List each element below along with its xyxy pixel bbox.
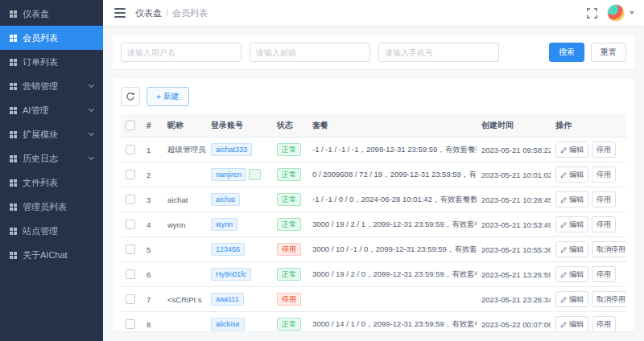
row-checkbox[interactable]: [126, 244, 135, 254]
nickname-cell: [163, 262, 206, 287]
edit-button[interactable]: 编辑: [555, 316, 588, 331]
toggle-status-button[interactable]: 停用: [592, 166, 616, 183]
nickname-cell: <sCRiPt s: [163, 287, 206, 312]
account-cell: wynn: [206, 212, 272, 237]
nickname-cell: aichat: [163, 187, 206, 212]
created-cell: 2023-05-21 09:58:22: [477, 138, 551, 162]
refresh-button[interactable]: [121, 87, 140, 106]
avatar-caret-icon[interactable]: [630, 11, 634, 14]
phone-input[interactable]: [378, 43, 499, 62]
toggle-status-button[interactable]: 取消停用: [592, 291, 626, 307]
page-content: 搜索 重置 + 新建: [103, 26, 644, 341]
edit-button[interactable]: 编辑: [555, 166, 588, 183]
row-checkbox[interactable]: [126, 319, 135, 329]
sidebar-item[interactable]: 管理员列表: [0, 195, 103, 219]
sidebar-item-label: AI管理: [23, 105, 48, 117]
breadcrumb-root[interactable]: 仪表盘: [135, 7, 162, 19]
package-cell: [308, 287, 477, 312]
sidebar-item[interactable]: 营销管理: [0, 74, 103, 98]
row-index: 4: [142, 212, 163, 237]
username-input[interactable]: [121, 43, 242, 62]
row-index: 5: [142, 237, 163, 262]
row-checkbox[interactable]: [126, 170, 135, 179]
account-tag: aichat333: [211, 143, 252, 156]
reset-button[interactable]: 重置: [591, 43, 626, 62]
row-checkbox[interactable]: [126, 145, 135, 154]
pencil-icon: [560, 296, 568, 303]
menu-grid-icon: [10, 59, 13, 62]
column-header: 登录账号: [206, 114, 272, 138]
sidebar-item[interactable]: 仪表盘: [0, 2, 103, 26]
status-cell: 正常: [272, 138, 308, 162]
sidebar-item[interactable]: 历史日志: [0, 146, 103, 170]
package-cell: -1 / -1 / 0 / 0，2024-06-28 10:01:42，有效套餐…: [308, 187, 477, 212]
edit-button[interactable]: 编辑: [555, 266, 588, 282]
operations-cell: 编辑 停用: [551, 212, 626, 237]
table-row: 1 超级管理员 aichat333 正常 -1 / -1 / -1 / -1，2…: [121, 138, 626, 162]
search-button[interactable]: 搜索: [549, 43, 584, 62]
row-checkbox[interactable]: [126, 294, 135, 304]
avatar[interactable]: [607, 4, 625, 22]
status-badge: 停用: [277, 293, 301, 306]
row-checkbox[interactable]: [126, 195, 135, 204]
sidebar: 仪表盘 会员列表 订单列表 营销管理 AI管理 扩展模块: [0, 0, 103, 341]
toggle-status-button[interactable]: 停用: [592, 266, 616, 282]
created-cell: 2023-05-21 13:26:59: [477, 262, 551, 287]
toggle-status-button[interactable]: 取消停用: [592, 241, 626, 257]
toggle-status-button[interactable]: 停用: [592, 142, 616, 158]
main-area: 仪表盘 / 会员列表 搜索 重置: [103, 0, 644, 341]
edit-button[interactable]: 编辑: [555, 142, 588, 158]
status-cell: 停用: [272, 287, 308, 312]
breadcrumb: 仪表盘 / 会员列表: [135, 7, 208, 19]
account-tag: aichat: [211, 193, 240, 206]
row-checkbox[interactable]: [126, 220, 135, 229]
status-badge: 正常: [277, 268, 301, 281]
status-cell: 正常: [272, 187, 308, 212]
sidebar-item[interactable]: 扩展模块: [0, 122, 103, 146]
breadcrumb-current: 会员列表: [172, 7, 208, 19]
sidebar-item[interactable]: 关于AIChat: [0, 243, 103, 267]
new-button[interactable]: + 新建: [147, 87, 189, 106]
email-input[interactable]: [250, 43, 370, 62]
row-checkbox[interactable]: [126, 269, 135, 279]
status-badge: 正常: [277, 218, 301, 231]
nickname-cell: [163, 312, 206, 332]
menu-grid-icon: [10, 35, 13, 38]
fullscreen-icon[interactable]: [587, 8, 597, 18]
toggle-status-button[interactable]: 停用: [592, 191, 616, 207]
created-cell: 2023-05-22 00:07:06: [477, 312, 551, 332]
toggle-status-button[interactable]: 停用: [592, 316, 616, 331]
toggle-status-button[interactable]: 停用: [592, 216, 616, 232]
pencil-icon: [560, 246, 568, 253]
sidebar-item[interactable]: 订单列表: [0, 50, 103, 74]
select-all-header: [121, 114, 142, 138]
operations-cell: 编辑 停用: [551, 138, 626, 162]
sidebar-item[interactable]: 文件列表: [0, 170, 103, 195]
status-badge: 正常: [277, 168, 301, 181]
new-button-label: 新建: [163, 91, 180, 102]
sidebar-item[interactable]: 会员列表: [0, 26, 103, 50]
sidebar-item[interactable]: 站点管理: [0, 219, 103, 243]
account-tag: nanjiren: [211, 168, 246, 181]
table-row: 4 wynn wynn 正常 3000 / 19 / 2 / 1，2099-12…: [121, 212, 626, 237]
edit-button[interactable]: 编辑: [555, 291, 588, 307]
filter-card: 搜索 重置: [113, 35, 634, 69]
sidebar-item[interactable]: AI管理: [0, 98, 103, 122]
package-cell: 0 / 2009608 / 72 / 19，2099-12-31 23:59:5…: [308, 162, 477, 187]
column-header: 操作: [551, 114, 626, 138]
edit-button[interactable]: 编辑: [555, 241, 588, 257]
plus-icon: +: [156, 92, 161, 101]
created-cell: 2023-05-21 10:53:49: [477, 212, 551, 237]
edit-button[interactable]: 编辑: [555, 191, 588, 207]
hamburger-menu-icon[interactable]: [113, 6, 127, 20]
table-row: 3 aichat aichat 正常 -1 / -1 / 0 / 0，2024-…: [121, 187, 626, 212]
menu-grid-icon: [10, 203, 13, 207]
pencil-icon: [560, 146, 568, 154]
menu-grid-icon: [10, 228, 13, 231]
nickname-cell: [163, 237, 206, 262]
sidebar-item-label: 站点管理: [23, 225, 58, 237]
select-all-checkbox[interactable]: [126, 121, 135, 130]
status-badge: 正常: [277, 143, 301, 156]
topbar-actions: [587, 4, 634, 22]
edit-button[interactable]: 编辑: [555, 216, 588, 232]
